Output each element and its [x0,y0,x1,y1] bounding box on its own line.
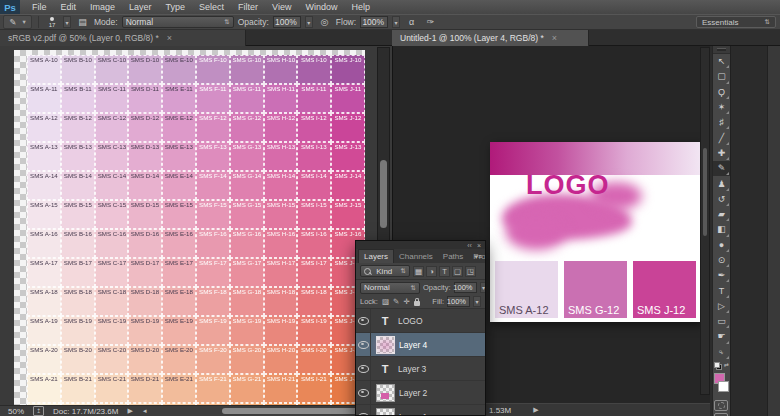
tab-untitled-1[interactable]: Untitled-1 @ 100% (Layer 4, RGB/8) * × [392,30,589,46]
pressure-opacity-icon[interactable]: ◎ [317,16,332,28]
close-icon[interactable]: × [552,33,557,43]
clone-stamp-tool[interactable]: ♟ [713,176,730,191]
layer-visibility-toggle[interactable] [356,405,371,416]
tools-panel-grip[interactable] [713,46,730,54]
smart-object-filter-icon[interactable]: ◳ [465,266,476,277]
menu-item-file[interactable]: File [25,0,54,14]
zoom-tool[interactable]: ♀ [713,345,730,360]
eraser-tool[interactable]: ▰ [713,207,730,222]
background-color-swatch[interactable] [718,381,729,392]
swatch-cell-d-12: SMS D-12 [128,113,162,142]
airbrush-toggle-icon[interactable]: α [404,16,419,28]
magic-wand-tool[interactable]: ✶ [713,100,730,115]
layer-visibility-toggle[interactable] [356,333,371,356]
flow-input[interactable]: 100% [360,16,388,28]
design-canvas[interactable]: LOGO SMS A-12SMS G-12SMS J-12 [490,142,701,322]
swatch-chart-canvas[interactable]: SMS A-10SMS B-10SMS C-10SMS D-10SMS E-10… [14,50,365,405]
pressure-size-icon[interactable]: ✑ [423,16,438,28]
collapsed-dock-strip[interactable] [767,30,780,416]
type-tool[interactable]: T [713,283,730,298]
layer-opacity-input[interactable]: 100% [454,282,477,293]
brush-picker-dropdown[interactable]: ▾ [63,16,71,28]
rectangular-marquee-tool[interactable]: ▢ [713,69,730,84]
menu-item-edit[interactable]: Edit [54,0,84,14]
panel-menu-icon[interactable]: ▾≡ [474,253,482,261]
path-selection-tool[interactable]: ▷ [713,299,730,314]
layer-filter-select[interactable]: Kind ⇅ [360,265,410,277]
layer-fill-dropdown[interactable]: ▾ [473,296,481,307]
layer-fill-input[interactable]: 100% [447,296,470,307]
menu-item-layer[interactable]: Layer [122,0,159,14]
zoom-level[interactable]: 50% [8,407,24,416]
default-colors-icon[interactable] [714,362,720,368]
gradient-tool[interactable]: ◧ [713,222,730,237]
layer-blend-mode-select[interactable]: Normal ⇅ [360,282,420,294]
collapse-panel-icon[interactable]: ‹‹ [467,242,472,249]
layer-row-layer-1[interactable]: Layer 1 [356,405,485,416]
close-icon[interactable]: × [167,33,172,43]
layer-row-layer-4[interactable]: Layer 4 [356,333,485,357]
lasso-tool[interactable]: Ϙ [713,85,730,100]
close-panel-icon[interactable]: × [477,242,481,249]
flow-dropdown[interactable]: ▾ [392,16,400,28]
opacity-input[interactable]: 100% [273,16,301,28]
type-layers-filter-icon[interactable]: T [439,266,450,277]
swatch-label: SMS J-16 [333,229,363,238]
brush-size-preview[interactable]: 17 [45,17,59,28]
scroll-left-arrow-icon[interactable]: ◄ [142,408,148,414]
menu-item-view[interactable]: View [265,0,298,14]
swatch-cell-g-18: SMS G-18 [230,287,264,316]
status-options-arrow-icon[interactable]: ▶ [127,407,132,415]
rectangle-shape-tool[interactable]: ▭ [713,314,730,329]
layer-opacity-dropdown[interactable]: ▾ [480,282,486,293]
tab-srgb-pdf[interactable]: sRGB v2.pdf @ 50% (Layer 0, RGB/8) * × [0,30,246,46]
lock-transparent-pixels-icon[interactable]: ▨ [381,296,390,307]
menu-item-help[interactable]: Help [344,0,377,14]
layer-row-layer-2[interactable]: Layer 2 [356,381,485,405]
hand-tool[interactable]: ☛ [713,329,730,344]
magic-wand-tool-icon: ✶ [718,103,726,112]
dodge-tool[interactable]: ⊙ [713,253,730,268]
layer-visibility-toggle[interactable] [356,381,371,404]
pen-tool[interactable]: ✒ [713,268,730,283]
eyedropper-tool[interactable]: ╱ [713,130,730,145]
menu-item-window[interactable]: Window [298,0,344,14]
shape-layers-filter-icon[interactable]: ▢ [452,266,463,277]
blend-mode-select[interactable]: Normal ⇅ [122,16,234,28]
pixel-layers-filter-icon[interactable]: ▦ [413,266,424,277]
panel-tab-paths[interactable]: Paths [438,250,468,263]
adjustment-layers-filter-icon[interactable]: ◑ [426,266,437,277]
right-doc-vertical-scrollbar[interactable] [700,47,710,395]
menu-item-image[interactable]: Image [83,0,122,14]
menu-item-type[interactable]: Type [159,0,193,14]
status-export-icon[interactable]: ↥ [33,406,44,416]
lock-image-pixels-icon[interactable]: ✎ [392,296,400,307]
history-brush-tool[interactable]: ↺ [713,192,730,207]
crop-tool[interactable]: ♯ [713,115,730,130]
layer-visibility-toggle[interactable] [356,357,371,380]
move-tool[interactable]: ↖ [713,54,730,69]
tool-preset-picker[interactable]: ✎ ▾ [3,15,32,29]
menu-item-select[interactable]: Select [192,0,231,14]
brush-tool[interactable]: ✎ [713,161,730,176]
menu-item-filter[interactable]: Filter [231,0,265,14]
swatch-label: SMS I-10 [299,55,329,64]
lock-position-icon[interactable]: ✛ [402,296,410,307]
swap-colors-icon[interactable]: ⇄ [724,362,729,368]
quick-mask-button[interactable] [714,400,728,411]
status-options-arrow-icon[interactable]: ▶ [533,406,538,414]
workspace-switcher[interactable]: Essentials ⇅ [696,16,776,28]
panel-tab-channels[interactable]: Channels [394,250,438,263]
horizontal-scrollbar-thumb[interactable] [222,408,368,414]
lock-all-icon[interactable] [413,296,421,307]
spot-healing-brush-tool[interactable]: ✚ [713,146,730,161]
layer-row-logo[interactable]: TLOGO [356,309,485,333]
opacity-dropdown[interactable]: ▾ [305,16,313,28]
layer-visibility-toggle[interactable] [356,309,371,332]
panel-tab-layers[interactable]: Layers [358,249,394,263]
scrollbar-thumb[interactable] [380,160,387,228]
blur-tool[interactable]: ● [713,238,730,253]
scrollbar-thumb[interactable] [703,148,707,236]
layer-row-layer-3[interactable]: TLayer 3 [356,357,485,381]
toggle-brush-panel-button[interactable]: ▤ [75,16,90,28]
